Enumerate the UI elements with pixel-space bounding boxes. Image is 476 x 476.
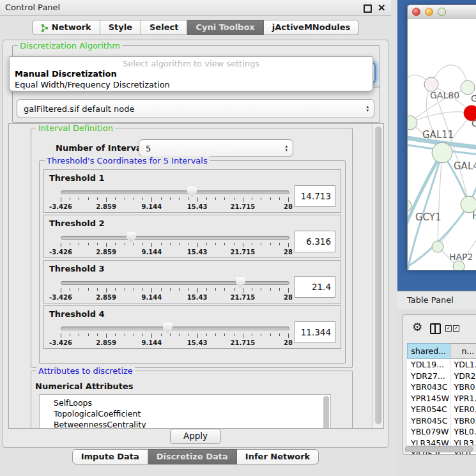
scrollbar-thumb[interactable] xyxy=(405,446,473,452)
scrollbar-thumb[interactable] xyxy=(375,127,381,424)
slider-thumb[interactable] xyxy=(236,277,245,288)
zoom-traffic-light-icon[interactable] xyxy=(438,8,446,16)
table-cell[interactable]: YBR0... xyxy=(450,415,476,427)
slider-thumb[interactable] xyxy=(163,323,173,334)
vertical-scrollbar[interactable] xyxy=(372,124,383,428)
network-window-titlebar[interactable] xyxy=(407,4,476,19)
gear-icon[interactable]: ⚙ xyxy=(412,321,422,333)
column-header-name[interactable]: n... xyxy=(450,343,476,359)
tick-mark xyxy=(188,334,188,336)
list-item[interactable]: TopologicalCoefficient xyxy=(40,408,330,419)
table-header-row: shared... n... xyxy=(407,343,476,359)
table-cell[interactable]: YBR045C xyxy=(407,415,450,427)
minimize-traffic-light-icon[interactable] xyxy=(425,8,433,16)
tick-mark xyxy=(197,243,198,247)
number-of-intervals-combobox[interactable]: 5 ▴▾ xyxy=(139,139,293,157)
tick-mark xyxy=(79,334,79,336)
tab-network[interactable]: Network xyxy=(32,20,100,35)
tab-label: Cyni Toolbox xyxy=(196,20,254,35)
threshold-value-field[interactable]: 6.316 xyxy=(295,231,335,252)
horizontal-scrollbar[interactable] xyxy=(404,445,476,452)
table-row[interactable]: YBR043C YBR0... xyxy=(407,381,476,393)
threshold-slider[interactable]: -3.4262.8599.14415.4321.71528 xyxy=(57,185,292,211)
tick-mark xyxy=(197,288,198,293)
tick-mark xyxy=(215,334,216,336)
tab-select[interactable]: Select xyxy=(141,20,187,35)
table-row[interactable]: YER054C YER0... xyxy=(407,404,476,415)
threshold-value-field[interactable]: 21.4 xyxy=(295,276,335,298)
tick-mark xyxy=(279,334,280,336)
table-cell[interactable]: YDL1... xyxy=(450,359,476,371)
tick-label: 2.859 xyxy=(96,339,116,346)
table-row[interactable]: YDR27... YDR2... xyxy=(407,371,476,382)
float-window-icon[interactable] xyxy=(364,4,372,13)
network-graph-view[interactable]: GAL80 GA C GAL11 GAL4 GCY1 H HAP2 xyxy=(407,19,476,270)
slider-thumb[interactable] xyxy=(187,187,197,197)
table-cell[interactable]: YDR2... xyxy=(450,371,476,382)
close-traffic-light-icon[interactable] xyxy=(412,8,420,16)
table-cell[interactable]: YER0... xyxy=(450,404,476,415)
tab-discretize-data[interactable]: Discretize Data xyxy=(148,449,237,464)
tab-cyni-toolbox[interactable]: Cyni Toolbox xyxy=(187,20,263,35)
threshold-slider[interactable]: -3.4262.8599.14415.4321.71528 xyxy=(57,321,292,347)
threshold-value-field[interactable]: 11.344 xyxy=(295,321,335,343)
table-cell[interactable]: YPR1... xyxy=(450,393,476,404)
numerical-attributes-label: Numerical Attributes xyxy=(35,381,134,391)
table-cell[interactable]: YER054C xyxy=(407,404,450,415)
tab-infer-network[interactable]: Infer Network xyxy=(237,449,319,464)
threshold-value-field[interactable]: 14.713 xyxy=(295,185,335,207)
tab-style[interactable]: Style xyxy=(100,20,141,35)
slider-track[interactable] xyxy=(61,281,289,285)
tick-mark xyxy=(142,243,143,245)
node-label: H xyxy=(472,210,476,222)
slider-track[interactable] xyxy=(61,236,289,240)
network-view-window[interactable]: GAL80 GA C GAL11 GAL4 GCY1 H HAP2 xyxy=(407,4,476,269)
tick-mark xyxy=(234,288,234,291)
table-cell[interactable]: YDL19... xyxy=(407,359,450,371)
checkbox-icons[interactable]: ✓ ✓ xyxy=(445,325,459,332)
tick-mark xyxy=(170,243,171,245)
combobox-value: 5 xyxy=(146,143,151,153)
table-cell[interactable]: YBL079W xyxy=(407,426,450,438)
tick-mark xyxy=(288,243,289,247)
top-tab-bar: Network Style Select Cyni Toolbox jActiv… xyxy=(0,20,391,35)
table-cell[interactable]: YBR043C xyxy=(407,381,450,393)
close-icon[interactable]: × xyxy=(378,1,386,14)
threshold-slider[interactable]: -3.4262.8599.14415.4321.71528 xyxy=(57,231,292,256)
table-row[interactable]: YPR145W YPR1... xyxy=(407,393,476,404)
table-row[interactable]: YDL19... YDL1... xyxy=(407,359,476,371)
tab-jactivemnodules[interactable]: jActiveMNodules xyxy=(264,20,360,35)
tick-label: 9.144 xyxy=(142,203,162,210)
table-cell[interactable]: YBR0... xyxy=(450,381,476,393)
slider-thumb[interactable] xyxy=(127,232,136,243)
table-row[interactable]: YBR045C YBR0... xyxy=(407,415,476,427)
table-cell[interactable]: YDR27... xyxy=(407,371,450,382)
tick-mark xyxy=(97,334,98,336)
popup-option-manual-discretization[interactable]: Manual Discretization xyxy=(10,68,372,79)
tick-mark xyxy=(134,334,134,336)
apply-button[interactable]: Apply xyxy=(170,429,221,444)
slider-tick-labels: -3.4262.8599.14415.4321.71528 xyxy=(61,249,288,256)
table-row[interactable]: YBL079W YBL0... xyxy=(407,426,476,438)
table-data-combobox[interactable]: galFiltered.sif default node ▴▾ xyxy=(17,99,374,118)
column-header-shared-name[interactable]: shared... xyxy=(407,343,450,359)
slider-track[interactable] xyxy=(61,190,289,194)
tick-mark xyxy=(188,197,188,200)
tick-mark xyxy=(215,288,216,291)
split-columns-icon[interactable] xyxy=(430,323,441,334)
slider-track[interactable] xyxy=(61,326,289,330)
threshold-panel: Threshold 3 -3.4262.8599.14415.4321.7152… xyxy=(43,260,341,303)
tab-label: jActiveMNodules xyxy=(272,20,351,35)
table-cell[interactable]: YBL0... xyxy=(450,426,476,438)
popup-hint: Select algorithm to view settings xyxy=(10,57,372,68)
table-cell[interactable]: YPR145W xyxy=(407,393,450,404)
popup-option-equal-width-frequency[interactable]: Equal Width/Frequency Discretization xyxy=(10,79,372,90)
tick-mark xyxy=(279,243,280,245)
list-scrollbar[interactable] xyxy=(323,396,329,428)
node-label: GA xyxy=(471,93,476,104)
group-title: Discretization Algorithm xyxy=(18,41,122,50)
tab-impute-data[interactable]: Impute Data xyxy=(72,449,148,464)
list-item[interactable]: BetweennessCentrality xyxy=(40,419,330,428)
threshold-slider[interactable]: -3.4262.8599.14415.4321.71528 xyxy=(57,276,292,302)
list-item[interactable]: SelfLoops xyxy=(40,397,330,408)
